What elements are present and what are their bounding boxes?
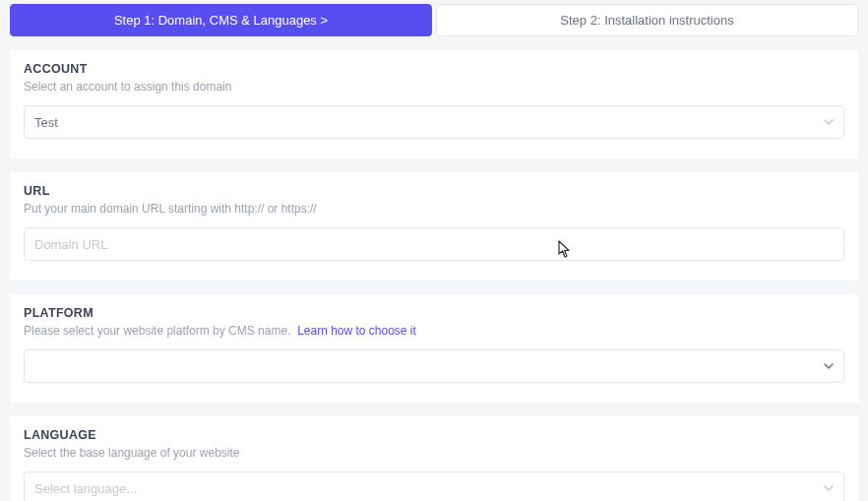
account-desc: Select an account to assign this domain bbox=[24, 80, 844, 94]
stepper: Step 1: Domain, CMS & Languages > Step 2… bbox=[0, 0, 868, 36]
url-input[interactable] bbox=[24, 227, 844, 261]
account-select-value: Test bbox=[34, 115, 58, 130]
platform-panel: PLATFORM Please select your website plat… bbox=[10, 294, 858, 403]
account-panel: ACCOUNT Select an account to assign this… bbox=[10, 50, 858, 158]
platform-desc-text: Please select your website platform by C… bbox=[24, 324, 290, 338]
platform-title: PLATFORM bbox=[24, 306, 844, 320]
step-1-tab[interactable]: Step 1: Domain, CMS & Languages > bbox=[10, 4, 432, 36]
language-select[interactable]: Select language... bbox=[24, 471, 844, 501]
account-select[interactable]: Test bbox=[24, 105, 844, 139]
url-title: URL bbox=[24, 184, 844, 198]
chevron-down-icon bbox=[824, 483, 834, 493]
chevron-down-icon bbox=[824, 117, 834, 127]
language-select-placeholder: Select language... bbox=[34, 481, 137, 496]
step-1-label: Step 1: Domain, CMS & Languages > bbox=[114, 13, 328, 28]
platform-learn-link[interactable]: Learn how to choose it bbox=[297, 324, 416, 338]
step-2-label: Step 2: Installation instructions bbox=[560, 13, 733, 28]
url-desc: Put your main domain URL starting with h… bbox=[24, 202, 844, 216]
chevron-down-icon bbox=[824, 361, 834, 371]
platform-desc: Please select your website platform by C… bbox=[24, 324, 844, 338]
url-panel: URL Put your main domain URL starting wi… bbox=[10, 172, 858, 281]
platform-select[interactable] bbox=[24, 349, 844, 383]
language-panel: LANGUAGE Select the base language of you… bbox=[10, 416, 858, 501]
account-title: ACCOUNT bbox=[24, 62, 844, 76]
language-title: LANGUAGE bbox=[24, 428, 844, 442]
step-2-tab[interactable]: Step 2: Installation instructions bbox=[436, 4, 858, 36]
language-desc: Select the base language of your website bbox=[24, 446, 844, 460]
